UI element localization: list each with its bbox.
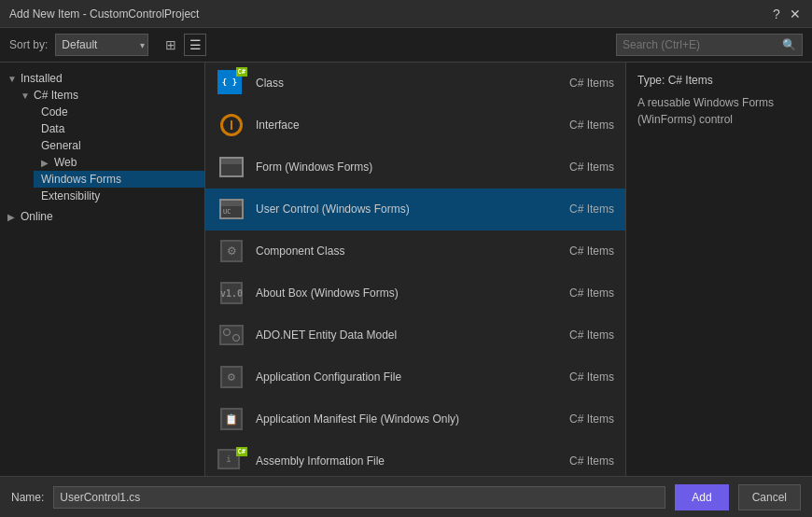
type-description: A reusable Windows Forms (WinForms) cont… [637, 94, 801, 128]
tree-extensibility[interactable]: Extensibility [34, 188, 204, 204]
tree-web[interactable]: ▶ Web [34, 154, 204, 171]
list-view-button[interactable]: ☰ [184, 34, 206, 56]
sort-select-wrap: Default Name Type [55, 34, 148, 56]
csharp-items-arrow: ▼ [21, 91, 34, 101]
title-bar-controls: ? ✕ [769, 7, 803, 21]
list-item[interactable]: Interface C# Items [205, 105, 625, 147]
items-list: { } C# Class C# Items Interface [205, 63, 625, 476]
tree-csharp-items[interactable]: ▼ C# Items [0, 87, 204, 104]
list-item[interactable]: i C# Assembly Information File C# Items [205, 440, 625, 476]
list-item[interactable]: ⚙ Component Class C# Items [205, 231, 625, 272]
close-button[interactable]: ✕ [788, 7, 803, 21]
assembly-icon: i C# [217, 446, 246, 476]
title-bar: Add New Item - CustomControlProject ? ✕ [0, 0, 812, 28]
list-item[interactable]: { } C# Class C# Items [205, 63, 625, 105]
search-icon: 🔍 [782, 38, 796, 51]
list-item[interactable]: ADO.NET Entity Data Model C# Items [205, 314, 625, 356]
left-panel: ▼ Installed ▼ C# Items Code Data General… [0, 63, 205, 476]
form-icon [217, 152, 246, 182]
installed-label: Installed [21, 72, 63, 85]
tree-code[interactable]: Code [34, 104, 204, 120]
manifest-icon: 📋 [217, 404, 246, 434]
online-arrow: ▶ [7, 212, 21, 222]
tree-general[interactable]: General [34, 137, 204, 154]
middle-panel[interactable]: { } C# Class C# Items Interface [205, 63, 625, 476]
sort-select[interactable]: Default Name Type [55, 34, 148, 56]
installed-arrow: ▼ [7, 74, 21, 84]
interface-icon [217, 110, 246, 140]
tree-children: Code Data General ▶ Web Windows Forms Ex… [0, 104, 204, 204]
component-icon: ⚙ [217, 236, 246, 266]
right-panel: Type: C# Items A reusable Windows Forms … [625, 63, 812, 476]
name-input[interactable] [53, 486, 665, 509]
dialog-title: Add New Item - CustomControlProject [9, 7, 199, 21]
aboutbox-icon: v1.0 [217, 278, 246, 308]
web-arrow: ▶ [41, 158, 54, 168]
help-button[interactable]: ? [769, 7, 784, 21]
csharp-items-label: C# Items [34, 89, 78, 102]
online-label: Online [21, 210, 53, 223]
cancel-button[interactable]: Cancel [738, 484, 801, 510]
sort-label: Sort by: [9, 38, 48, 51]
view-buttons: ⊞ ☰ [160, 34, 206, 56]
bottom-bar: Name: Add Cancel [0, 476, 812, 517]
tree-online[interactable]: ▶ Online [0, 208, 204, 225]
adonet-icon [217, 320, 246, 350]
tree-windows-forms[interactable]: Windows Forms [34, 171, 204, 188]
search-wrap: 🔍 [616, 34, 803, 56]
class-icon: { } C# [217, 68, 246, 98]
toolbar: Sort by: Default Name Type ⊞ ☰ 🔍 [0, 28, 812, 63]
search-input[interactable] [623, 38, 782, 51]
content-area: ▼ Installed ▼ C# Items Code Data General… [0, 63, 812, 476]
usercontrol-icon: UC [217, 194, 246, 224]
appconfig-icon: ⚙ [217, 362, 246, 392]
tree-installed[interactable]: ▼ Installed [0, 70, 204, 87]
list-item[interactable]: UC User Control (Windows Forms) C# Items [205, 189, 625, 231]
list-item[interactable]: 📋 Application Manifest File (Windows Onl… [205, 398, 625, 440]
type-label: Type: C# Items [637, 74, 801, 87]
list-item[interactable]: v1.0 About Box (Windows Forms) C# Items [205, 272, 625, 314]
list-item[interactable]: Form (Windows Forms) C# Items [205, 147, 625, 189]
tree-data[interactable]: Data [34, 120, 204, 137]
dialog-body: Sort by: Default Name Type ⊞ ☰ 🔍 ▼ Insta… [0, 28, 812, 517]
list-item[interactable]: ⚙ Application Configuration File C# Item… [205, 356, 625, 398]
grid-view-button[interactable]: ⊞ [160, 34, 182, 56]
add-button[interactable]: Add [675, 484, 728, 510]
name-label: Name: [11, 491, 44, 504]
